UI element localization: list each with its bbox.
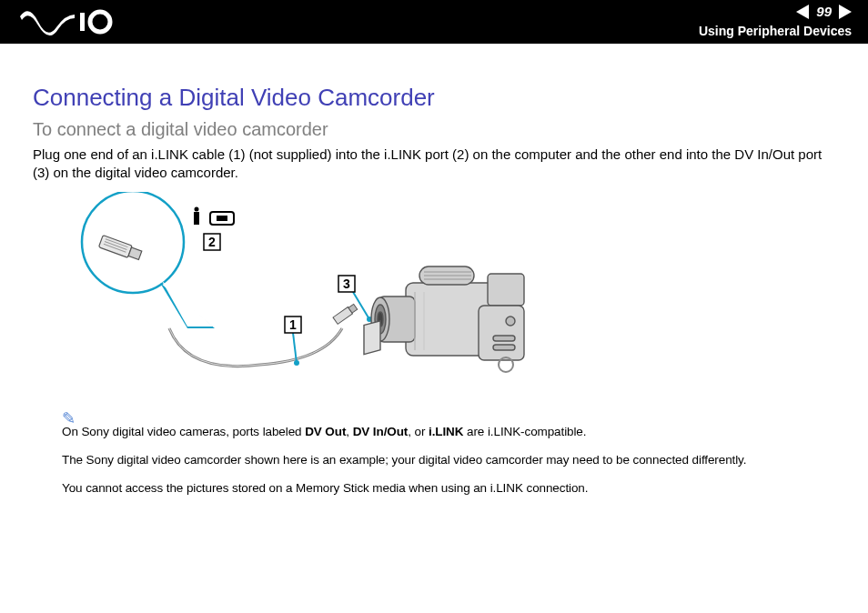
notes-block: ✎ On Sony digital video cameras, ports l… (62, 408, 835, 495)
header-bar: 99 Using Peripheral Devices (0, 0, 868, 44)
page-number: 99 (814, 4, 833, 19)
note-1-bold-1: DV Out (305, 425, 346, 438)
prev-page-button[interactable] (796, 5, 809, 19)
page-content: Connecting a Digital Video Camcorder To … (0, 44, 868, 495)
vaio-logo-svg (18, 7, 118, 36)
svg-rect-11 (217, 216, 227, 221)
svg-point-1 (90, 12, 110, 32)
svg-point-9 (195, 206, 199, 211)
svg-point-19 (294, 360, 299, 366)
svg-line-15 (353, 292, 369, 319)
note-1-bold-3: i.LINK (429, 425, 463, 438)
svg-point-34 (506, 317, 515, 326)
page-subtitle: To connect a digital video camcorder (33, 119, 835, 140)
svg-rect-35 (493, 336, 515, 341)
note-1-bold-2: DV In/Out (353, 425, 409, 438)
svg-rect-8 (194, 212, 199, 225)
next-page-button[interactable] (839, 5, 852, 19)
section-title: Using Peripheral Devices (699, 24, 852, 38)
svg-rect-31 (479, 306, 524, 360)
note-1-text-a: On Sony digital video cameras, ports lab… (62, 425, 305, 438)
page-nav: 99 (796, 4, 852, 19)
connection-diagram: 2 3 1 (60, 192, 835, 405)
intro-paragraph: Plug one end of an i.LINK cable (1) (not… (33, 146, 835, 183)
note-1-text-d: , or (408, 425, 429, 438)
note-1-text-c: , (346, 425, 352, 438)
callout-3: 3 (343, 276, 350, 291)
svg-rect-30 (488, 274, 524, 306)
callout-2: 2 (208, 235, 216, 249)
callout-1: 1 (289, 317, 297, 332)
diagram-svg: 2 3 1 (60, 192, 570, 401)
svg-rect-32 (364, 320, 380, 354)
page-title: Connecting a Digital Video Camcorder (33, 84, 835, 112)
note-2: The Sony digital video camcorder shown h… (62, 453, 835, 467)
note-3: You cannot access the pictures stored on… (62, 481, 835, 495)
note-1-text-e: are i.LINK-compatible. (463, 425, 586, 438)
note-1: On Sony digital video cameras, ports lab… (62, 425, 835, 438)
svg-rect-36 (493, 345, 515, 350)
svg-rect-0 (80, 13, 85, 31)
vaio-logo (18, 7, 118, 40)
svg-point-2 (82, 192, 184, 293)
